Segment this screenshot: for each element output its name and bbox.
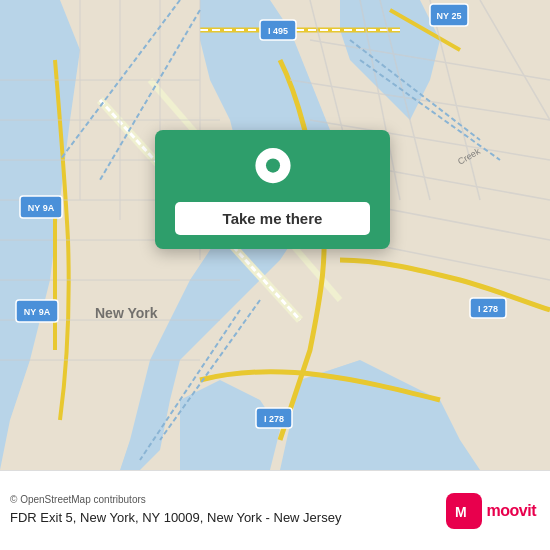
bottom-bar: © OpenStreetMap contributors FDR Exit 5,… xyxy=(0,470,550,550)
moovit-icon: M xyxy=(446,493,482,529)
svg-text:M: M xyxy=(455,504,467,520)
location-card: Take me there xyxy=(155,130,390,249)
take-me-there-button[interactable]: Take me there xyxy=(175,202,370,235)
location-pin-icon xyxy=(251,148,295,192)
address-info: © OpenStreetMap contributors FDR Exit 5,… xyxy=(10,494,341,527)
address-text: FDR Exit 5, New York, NY 10009, New York… xyxy=(10,509,341,527)
moovit-logo: M moovit xyxy=(446,493,536,529)
svg-text:NY 9A: NY 9A xyxy=(24,307,51,317)
map-container: NY 25 I 495 NY 9A NY 9A I 278 I 278 New … xyxy=(0,0,550,470)
moovit-brand-label: moovit xyxy=(487,502,536,520)
svg-point-58 xyxy=(265,159,279,173)
copyright-text: © OpenStreetMap contributors xyxy=(10,494,341,505)
svg-text:I 495: I 495 xyxy=(268,26,288,36)
svg-text:NY 25: NY 25 xyxy=(437,11,462,21)
svg-text:NY 9A: NY 9A xyxy=(28,203,55,213)
svg-text:I 278: I 278 xyxy=(264,414,284,424)
svg-text:New York: New York xyxy=(95,305,158,321)
svg-text:I 278: I 278 xyxy=(478,304,498,314)
